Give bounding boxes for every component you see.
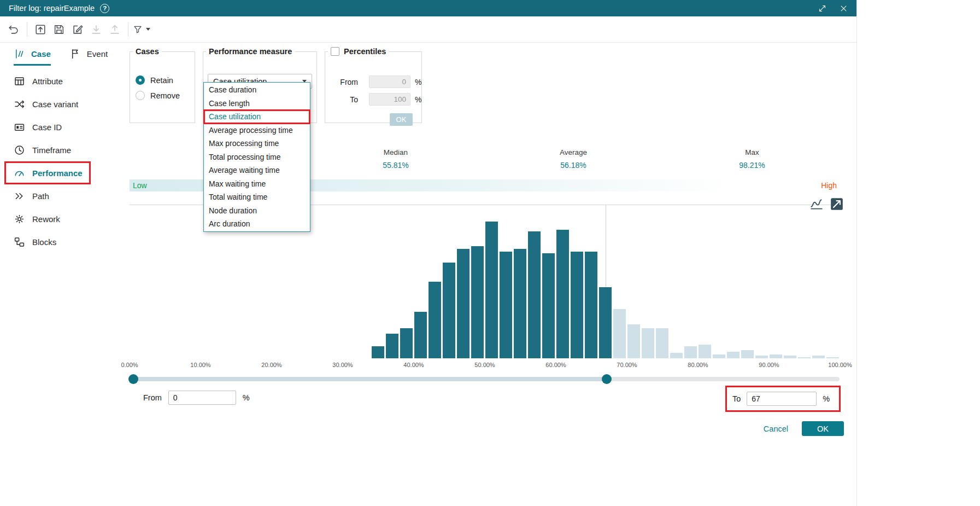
- caret-down-icon: [146, 28, 150, 31]
- histogram-bar: [613, 309, 626, 358]
- cancel-button[interactable]: Cancel: [764, 424, 788, 433]
- x-tick-label: 50.00%: [474, 362, 495, 368]
- edit-icon: [72, 24, 84, 36]
- dialog-title: Filter log: repairExample: [9, 4, 95, 13]
- stat-label: Average: [560, 148, 587, 156]
- percent-sign: %: [243, 393, 250, 402]
- histogram-bar: [471, 246, 484, 358]
- dropdown-option-total-waiting-time[interactable]: Total waiting time: [204, 190, 310, 204]
- dropdown-option-average-processing-time[interactable]: Average processing time: [204, 124, 310, 137]
- density-chart-icon[interactable]: [809, 197, 824, 211]
- save-button[interactable]: [50, 21, 68, 38]
- measure-dropdown-list: Case durationCase lengthCase utilization…: [203, 82, 310, 232]
- x-tick-label: 10.00%: [190, 362, 210, 368]
- dropdown-option-max-waiting-time[interactable]: Max waiting time: [204, 177, 310, 191]
- toolbar-separator: [27, 22, 27, 37]
- path-icon: [14, 190, 25, 202]
- percentiles-to-input: 100: [369, 93, 410, 106]
- histogram-bar: [429, 282, 441, 358]
- dropdown-option-max-processing-time[interactable]: Max processing time: [204, 137, 310, 150]
- import-button[interactable]: [32, 21, 49, 38]
- slider-handle-from[interactable]: [128, 374, 138, 384]
- histogram-bar: [755, 356, 768, 358]
- cases-panel: Cases RetainRemove: [130, 47, 195, 123]
- cumulative-chart-icon[interactable]: [830, 197, 844, 211]
- title-bar: Filter log: repairExample ?: [0, 0, 856, 16]
- toolbar-separator: [128, 22, 128, 37]
- x-tick-label: 30.00%: [332, 362, 353, 368]
- dropdown-option-case-utilization[interactable]: Case utilization: [204, 110, 310, 124]
- percent-sign: %: [823, 394, 830, 403]
- sidebar-item-timeframe[interactable]: Timeframe: [0, 138, 125, 161]
- radio-icon: [136, 75, 145, 85]
- flag-icon: [69, 48, 81, 60]
- percentiles-to-row: To 100 %: [331, 93, 421, 106]
- range-from-label: From: [143, 393, 162, 402]
- histogram-bar: [542, 253, 555, 359]
- scale-high-label: High: [821, 181, 837, 190]
- stat-label: Median: [383, 148, 408, 156]
- edit-button[interactable]: [69, 21, 86, 38]
- histogram-bar: [713, 354, 725, 359]
- sidebar-item-performance[interactable]: Performance: [0, 161, 125, 184]
- x-tick-label: 90.00%: [759, 362, 779, 368]
- sidebar-item-case-id[interactable]: Case ID: [0, 115, 125, 138]
- cases-panel-title: Cases: [133, 47, 162, 56]
- scale-low-label: Low: [133, 181, 147, 190]
- histogram-bar: [784, 356, 796, 358]
- range-from-input[interactable]: 0: [168, 391, 236, 405]
- histogram-bar: [684, 346, 697, 359]
- tab-event[interactable]: Event: [69, 44, 108, 66]
- radio-remove[interactable]: Remove: [136, 91, 180, 100]
- range-to-input[interactable]: 67: [747, 392, 817, 406]
- x-axis-ticks: 0.00%10.00%20.00%30.00%40.00%50.00%60.00…: [130, 362, 840, 369]
- histogram-bar: [400, 328, 413, 358]
- stat-median: Median 55.81%: [383, 148, 408, 170]
- undo-button[interactable]: [5, 21, 22, 38]
- percentiles-from-label: From: [331, 78, 358, 86]
- dropdown-option-total-processing-time[interactable]: Total processing time: [204, 150, 310, 164]
- help-icon[interactable]: ?: [100, 4, 109, 13]
- sidebar-item-rework[interactable]: Rework: [0, 207, 125, 230]
- radio-label: Remove: [150, 91, 180, 100]
- filter-button[interactable]: [133, 21, 150, 38]
- ok-button[interactable]: OK: [802, 421, 844, 436]
- sidebar-item-path[interactable]: Path: [0, 184, 125, 207]
- sidebar-item-attribute[interactable]: Attribute: [0, 69, 125, 92]
- attribute-icon: [14, 75, 25, 87]
- tab-case[interactable]: Case: [14, 44, 51, 66]
- range-slider[interactable]: [133, 377, 840, 381]
- stat-label: Max: [739, 148, 765, 156]
- histogram-bar: [798, 357, 811, 359]
- dropdown-option-arc-duration[interactable]: Arc duration: [204, 217, 310, 231]
- filter-icon: [133, 24, 143, 36]
- histogram-bar: [514, 249, 526, 358]
- dropdown-option-case-duration[interactable]: Case duration: [204, 83, 310, 97]
- sidebar-item-label: Performance: [32, 168, 83, 178]
- histogram-bar: [656, 328, 668, 358]
- tab-label: Event: [87, 49, 108, 59]
- x-tick-label: 70.00%: [617, 362, 637, 368]
- percentiles-ok-button: OK: [390, 113, 413, 126]
- x-tick-label: 80.00%: [688, 362, 708, 368]
- percentiles-from-input: 0: [369, 75, 410, 88]
- percentiles-panel: Percentiles From 0 % To 100 % OK: [325, 47, 422, 123]
- expand-icon[interactable]: [818, 4, 826, 13]
- download-button: [87, 21, 105, 38]
- dropdown-option-node-duration[interactable]: Node duration: [204, 204, 310, 218]
- dropdown-option-case-length[interactable]: Case length: [204, 97, 310, 110]
- histogram-bar: [812, 356, 825, 358]
- slider-handle-to[interactable]: [602, 374, 612, 384]
- sidebar-item-label: Blocks: [32, 237, 56, 247]
- percentiles-checkbox[interactable]: [331, 47, 339, 56]
- x-tick-label: 40.00%: [403, 362, 424, 368]
- sidebar-item-label: Timeframe: [32, 146, 71, 155]
- close-icon[interactable]: [840, 4, 848, 13]
- sidebar-item-blocks[interactable]: Blocks: [0, 230, 125, 253]
- sidebar-item-case-variant[interactable]: Case variant: [0, 92, 125, 115]
- dropdown-option-average-waiting-time[interactable]: Average waiting time: [204, 164, 310, 177]
- histogram-bar: [556, 230, 569, 358]
- radio-retain[interactable]: Retain: [136, 75, 173, 85]
- sidebar-items: AttributeCase variantCase IDTimeframePer…: [0, 69, 125, 253]
- toolbar: [0, 16, 856, 43]
